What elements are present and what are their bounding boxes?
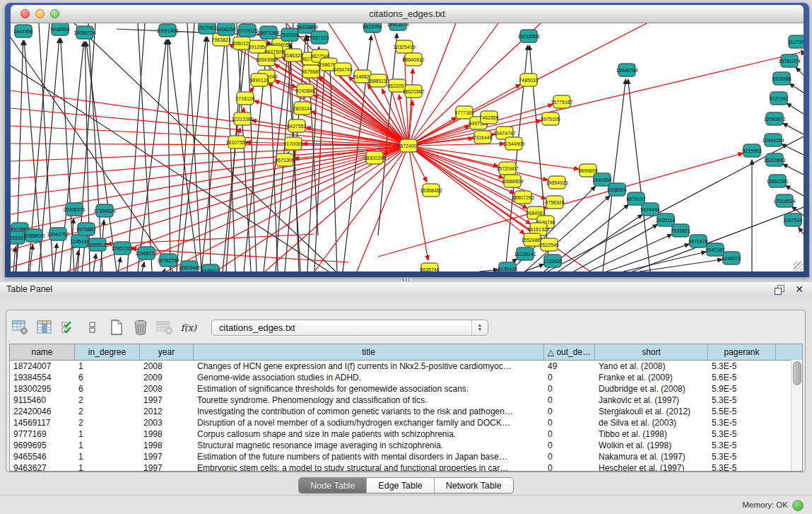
table-row[interactable]: 911546021997Tourette syndrome. Phenomeno… <box>10 395 802 406</box>
column-header-5[interactable]: short <box>595 344 708 360</box>
graph-node[interactable]: 1167534 <box>784 214 803 226</box>
new-file-icon[interactable] <box>107 317 126 338</box>
graph-node[interactable]: 15885210 <box>367 74 389 87</box>
table-row[interactable]: 946554611997Estimation of the future num… <box>10 451 802 462</box>
graph-node[interactable]: 2522546 <box>539 238 558 251</box>
table-row[interactable]: 1872400712008Changes of HCN gene express… <box>10 361 802 372</box>
graph-node[interactable]: 16782759 <box>157 254 179 267</box>
graph-node[interactable]: 8975105 <box>541 112 560 125</box>
graph-node[interactable]: 2935114 <box>657 214 676 226</box>
table-row[interactable]: 969969511998Structural magnetic resonanc… <box>10 440 802 451</box>
graph-node[interactable]: 16648784 <box>616 64 637 76</box>
graph-node[interactable]: 17957223 <box>111 242 133 255</box>
close-panel-icon[interactable]: ✕ <box>795 284 804 295</box>
graph-node[interactable]: 18300295 <box>363 151 385 164</box>
graph-node[interactable]: 20206576 <box>63 203 85 216</box>
checklist-icon[interactable] <box>59 317 78 338</box>
graph-node[interactable]: 15358452 <box>420 184 442 197</box>
graph-node[interactable]: 12444154 <box>762 134 784 146</box>
graph-node[interactable]: 8813054 <box>363 23 382 33</box>
graph-node[interactable]: 16671368 <box>257 26 279 39</box>
graph-node[interactable]: 8186328 <box>283 49 302 62</box>
graph-node[interactable]: 1527602 <box>197 23 216 34</box>
graph-node[interactable]: 9227342 <box>769 92 788 105</box>
graph-node[interactable]: 9890126 <box>249 74 269 86</box>
graph-node[interactable]: 15692391 <box>766 175 788 187</box>
graph-node[interactable]: 2718126 <box>235 92 254 105</box>
graph-node[interactable]: 19218506 <box>517 30 539 42</box>
graph-node[interactable]: 2316448 <box>473 131 492 144</box>
graph-node[interactable]: 13505135 <box>86 238 108 251</box>
column-header-3[interactable]: title <box>194 344 544 360</box>
function-builder-icon[interactable]: f(x) <box>179 317 199 338</box>
graph-node[interactable]: 8635746 <box>420 263 439 271</box>
graph-node[interactable]: 15775167 <box>551 95 572 108</box>
graph-node[interactable]: 2803144 <box>293 102 312 115</box>
graph-node[interactable]: 16210643 <box>763 153 785 166</box>
graph-node[interactable]: 18640912 <box>402 53 424 66</box>
graph-node[interactable]: 8471678 <box>688 235 707 247</box>
memory-status-indicator[interactable] <box>792 500 804 511</box>
graph-node[interactable]: 12923446 <box>178 261 200 271</box>
table-row[interactable]: 977716911998Corpus callosum shape and si… <box>10 428 802 440</box>
tab-edge-table[interactable]: Edge Table <box>367 478 434 493</box>
column-header-1[interactable]: in_degree <box>75 344 140 360</box>
graph-node[interactable]: 18107554 <box>225 136 247 148</box>
graph-node[interactable]: 6466160 <box>216 23 235 35</box>
graph-node[interactable]: 9170065 <box>283 137 302 150</box>
graph-node[interactable]: 9756928 <box>545 196 564 209</box>
scrollbar-thumb[interactable] <box>793 361 801 385</box>
graph-node[interactable]: 10958107 <box>135 247 157 259</box>
graph-node[interactable]: 10688609 <box>501 175 523 187</box>
graph-node[interactable]: 18620567 <box>402 85 424 98</box>
graph-node[interactable]: 7857223 <box>310 31 329 44</box>
graph-node[interactable]: 10719126 <box>236 24 258 37</box>
graph-node[interactable]: 16543982 <box>255 53 277 66</box>
graph-node[interactable]: 9474444 <box>640 203 659 216</box>
column-header-0[interactable]: name <box>10 344 75 360</box>
graph-node[interactable]: 9046554 <box>50 23 69 35</box>
graph-node[interactable]: 1644954 <box>13 25 33 37</box>
table-row[interactable]: 1456911722003Disruption of a novel membe… <box>10 417 802 428</box>
column-header-6[interactable]: pagerank <box>708 344 776 360</box>
graph-node[interactable]: 9215953 <box>742 144 761 157</box>
network-window-titlebar[interactable]: citations_edges.txt <box>11 5 804 23</box>
graph-node[interactable]: 7632621 <box>671 224 690 237</box>
graph-node[interactable]: 9875685 <box>301 65 320 78</box>
graph-node[interactable]: 8671309 <box>275 153 294 166</box>
table-column-select-icon[interactable] <box>35 317 54 338</box>
graph-node[interactable]: 15135141 <box>514 247 536 260</box>
float-panel-icon[interactable] <box>775 285 784 294</box>
graph-node[interactable]: 17016534 <box>773 194 795 207</box>
graph-node[interactable]: 12325419 <box>393 40 415 53</box>
graph-node[interactable]: 9329966 <box>772 72 791 85</box>
graph-node[interactable]: 12213386 <box>231 112 253 125</box>
table-select-dropdown[interactable]: citations_edges.txt ▲▼ <box>211 320 488 336</box>
graph-node[interactable]: 7515526 <box>280 28 299 41</box>
column-header-2[interactable]: year <box>140 344 194 360</box>
graph-node[interactable]: 8427552 <box>287 119 306 132</box>
trash-icon[interactable] <box>131 317 151 338</box>
rows-icon[interactable] <box>83 317 102 338</box>
table-row[interactable]: 2242004622012Investigating the contribut… <box>10 406 802 417</box>
graph-node[interactable]: 9245012 <box>201 264 220 271</box>
window-resize-grip[interactable] <box>794 262 803 271</box>
graph-node[interactable]: 9242848 <box>295 84 314 97</box>
graph-node[interactable]: 20091406 <box>156 24 178 37</box>
graph-node[interactable]: 13942757 <box>47 228 69 240</box>
graph-node[interactable]: 15751074 <box>778 54 800 67</box>
graph-node[interactable]: 12093872 <box>763 112 785 125</box>
graph-node[interactable]: 11544909 <box>503 137 525 150</box>
table-row[interactable]: 1830029562008Estimation of significance … <box>10 383 802 395</box>
graph-node[interactable]: 1117306 <box>788 35 804 48</box>
tab-network-table[interactable]: Network Table <box>435 478 513 493</box>
graph-node[interactable]: 8454749 <box>333 63 352 76</box>
graph-node[interactable]: 15720407 <box>496 162 518 175</box>
graph-node[interactable]: 9135438 <box>498 262 517 271</box>
table-settings-icon[interactable] <box>11 317 30 338</box>
table-row[interactable]: 946362711997Embryonic stem cells: a mode… <box>10 462 802 472</box>
graph-node[interactable]: 11568629 <box>23 229 45 242</box>
graph-node[interactable]: 14055724 <box>73 26 95 39</box>
graph-node[interactable]: 18807293 <box>512 191 534 204</box>
table-vertical-scrollbar[interactable] <box>791 360 802 471</box>
